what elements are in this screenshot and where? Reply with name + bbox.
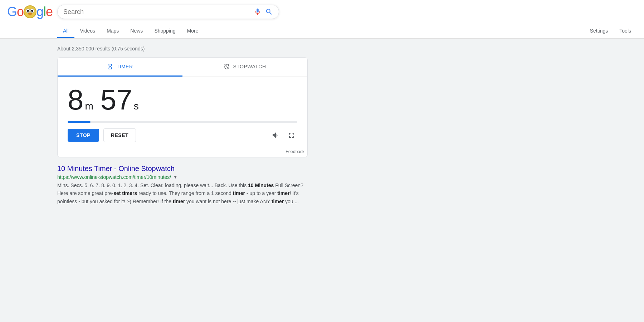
search-input[interactable]: set an timer for 10 minutes [63, 8, 254, 16]
tab-news[interactable]: News [125, 24, 148, 38]
progress-bar-fill [68, 121, 91, 123]
result-url-0[interactable]: https://www.online-stopwatch.com/timer/1… [57, 174, 171, 180]
feedback-label[interactable]: Feedback [286, 149, 304, 154]
timer-display: 8 m 57 s [68, 86, 297, 114]
nav-settings: Settings Tools [584, 24, 637, 38]
reset-button[interactable]: RESET [103, 128, 136, 142]
google-logo[interactable]: Go gle [7, 4, 50, 19]
widget-tab-timer-label: TIMER [116, 64, 133, 69]
microphone-icon[interactable] [254, 8, 262, 16]
timer-seconds-unit: s [134, 101, 139, 112]
timer-widget: TIMER STOPWATCH 8 m 57 s STOP RESET [57, 57, 308, 157]
tab-all[interactable]: All [57, 24, 74, 38]
search-button[interactable] [265, 8, 273, 16]
timer-minutes: 8 [68, 86, 84, 114]
tab-tools[interactable]: Tools [614, 24, 637, 38]
results-count: About 2,350,000 results (0.75 seconds) [57, 46, 386, 52]
result-snippet-0: Mins. Secs. 5. 6. 7. 8. 9. 0. 1. 2. 3. 4… [57, 181, 308, 205]
stop-button[interactable]: STOP [68, 129, 99, 142]
search-bar[interactable]: set an timer for 10 minutes [57, 5, 279, 19]
tab-shopping[interactable]: Shopping [148, 24, 181, 38]
fullscreen-button[interactable] [286, 130, 297, 141]
volume-button[interactable] [270, 130, 282, 141]
nav-tabs: All Videos Maps News Shopping More Setti… [57, 24, 637, 38]
tab-maps[interactable]: Maps [101, 24, 125, 38]
widget-body: 8 m 57 s STOP RESET [58, 77, 307, 148]
feedback-row: Feedback [58, 148, 307, 157]
header-top: Go gle set an timer for 10 minutes [7, 4, 637, 23]
result-title-0[interactable]: 10 Minutes Timer - Online Stopwatch [57, 165, 308, 173]
tab-settings[interactable]: Settings [584, 24, 614, 38]
main-content: About 2,350,000 results (0.75 seconds) T… [0, 39, 394, 213]
header: Go gle set an timer for 10 minutes [0, 0, 644, 39]
search-result-0: 10 Minutes Timer - Online Stopwatch http… [57, 165, 308, 205]
result-url-arrow-0: ▼ [173, 175, 177, 180]
progress-bar-container [68, 121, 297, 123]
widget-tab-stopwatch-label: STOPWATCH [233, 64, 266, 69]
search-icons [254, 8, 273, 16]
widget-tab-stopwatch[interactable]: STOPWATCH [182, 58, 307, 77]
tab-videos[interactable]: Videos [74, 24, 101, 38]
widget-tab-timer[interactable]: TIMER [58, 58, 182, 77]
widget-tabs: TIMER STOPWATCH [58, 58, 307, 77]
timer-seconds: 57 [101, 86, 132, 114]
tab-more[interactable]: More [181, 24, 204, 38]
result-url-row-0: https://www.online-stopwatch.com/timer/1… [57, 174, 308, 180]
widget-controls: STOP RESET [68, 128, 297, 142]
timer-minutes-unit: m [85, 101, 93, 112]
